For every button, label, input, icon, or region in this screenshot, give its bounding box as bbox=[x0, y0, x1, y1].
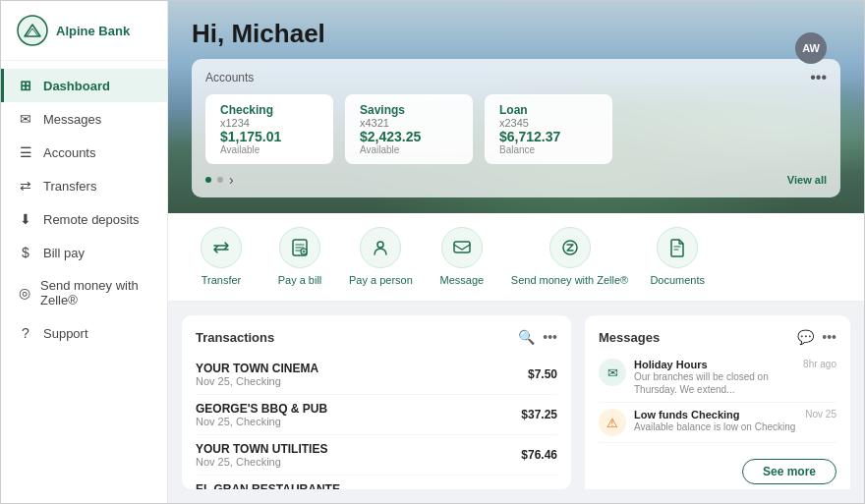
sidebar-item-label: Messages bbox=[43, 112, 101, 127]
savings-account-card[interactable]: Savings x4321 $2,423.25 Available bbox=[345, 94, 473, 164]
accounts-pagination: › View all bbox=[205, 172, 827, 188]
action-pay-person[interactable]: Pay a person bbox=[349, 227, 413, 287]
transactions-panel: Transactions 🔍 ••• YOUR TOWN CINEMA Nov … bbox=[182, 315, 571, 489]
txn-amount: $7.50 bbox=[528, 367, 557, 381]
svg-point-3 bbox=[377, 242, 383, 248]
message-type-icon: ⚠ bbox=[599, 409, 626, 436]
pagination-next-arrow[interactable]: › bbox=[229, 172, 234, 188]
message-content: Holiday Hours Our branches will be close… bbox=[634, 359, 795, 396]
message-item[interactable]: ⚠ Low funds Checking Available balance i… bbox=[599, 403, 836, 443]
transfers-icon: ⇄ bbox=[18, 178, 33, 194]
action-pay-bill[interactable]: Pay a bill bbox=[270, 227, 329, 287]
checking-account-amount: $1,175.01 bbox=[220, 129, 318, 144]
accounts-header: Accounts ••• bbox=[205, 69, 827, 86]
action-transfer[interactable]: Transfer bbox=[192, 227, 251, 287]
transfer-label: Transfer bbox=[202, 273, 242, 287]
documents-label: Documents bbox=[650, 273, 705, 287]
content-area: Transactions 🔍 ••• YOUR TOWN CINEMA Nov … bbox=[168, 302, 864, 503]
action-zelle[interactable]: Send money with Zelle® bbox=[511, 227, 628, 287]
message-title: Low funds Checking bbox=[634, 409, 797, 420]
messages-panel-header: Messages 💬 ••• bbox=[599, 329, 836, 345]
savings-account-name: Savings bbox=[360, 103, 458, 117]
checking-account-label: Available bbox=[220, 144, 318, 155]
transfer-icon bbox=[201, 227, 242, 268]
sidebar-item-remote-deposits[interactable]: ⬇ Remote deposits bbox=[1, 202, 167, 236]
messages-see-more-button[interactable]: See more bbox=[742, 459, 836, 484]
message-label: Message bbox=[440, 273, 485, 287]
txn-name: GEORGE'S BBQ & PUB bbox=[196, 402, 327, 416]
transaction-item[interactable]: GEORGE'S BBQ & PUB Nov 25, Checking $37.… bbox=[196, 395, 557, 435]
sidebar: Alpine Bank ⊞ Dashboard ✉ Messages ☰ Acc… bbox=[1, 1, 168, 504]
pay-bill-icon bbox=[279, 227, 320, 268]
main-content: AW Hi, Michael Accounts ••• Checking x12… bbox=[168, 1, 864, 503]
transactions-panel-title: Transactions bbox=[196, 330, 274, 345]
sidebar-nav: ⊞ Dashboard ✉ Messages ☰ Accounts ⇄ Tran… bbox=[1, 61, 167, 504]
messages-see-more-row: See more bbox=[599, 451, 836, 484]
messages-icon: ✉ bbox=[18, 111, 33, 127]
sidebar-item-label: Remote deposits bbox=[43, 212, 140, 227]
transaction-item[interactable]: EL GRAN RESTAURANTE Nov 25, Checking $13… bbox=[196, 476, 557, 489]
sidebar-item-zelle[interactable]: ◎ Send money with Zelle® bbox=[1, 269, 167, 316]
txn-name: EL GRAN RESTAURANTE bbox=[196, 482, 340, 489]
message-time: Nov 25 bbox=[805, 409, 836, 420]
txn-amount: $37.25 bbox=[521, 408, 557, 421]
accounts-more-button[interactable]: ••• bbox=[810, 69, 827, 86]
zelle-label: Send money with Zelle® bbox=[511, 273, 628, 287]
txn-meta: Nov 25, Checking bbox=[196, 416, 327, 427]
pay-person-label: Pay a person bbox=[349, 273, 413, 287]
user-avatar[interactable]: AW bbox=[795, 32, 827, 64]
quick-actions-bar: Transfer Pay a bill Pay a person Message… bbox=[168, 213, 864, 302]
txn-amount: $76.46 bbox=[521, 448, 557, 462]
pay-bill-label: Pay a bill bbox=[278, 273, 322, 287]
message-content: Low funds Checking Available balance is … bbox=[634, 409, 797, 433]
sidebar-item-bill-pay[interactable]: $ Bill pay bbox=[1, 236, 167, 269]
sidebar-item-label: Bill pay bbox=[43, 246, 85, 260]
remote-deposits-icon: ⬇ bbox=[18, 211, 33, 227]
sidebar-item-label: Accounts bbox=[43, 145, 95, 160]
svg-point-0 bbox=[18, 16, 47, 45]
accounts-cards: Checking x1234 $1,175.01 Available Savin… bbox=[205, 94, 827, 164]
loan-account-number: x2345 bbox=[499, 117, 598, 129]
zelle-icon: ◎ bbox=[18, 285, 30, 301]
sidebar-logo: Alpine Bank bbox=[1, 1, 167, 61]
savings-account-number: x4321 bbox=[360, 117, 458, 129]
transaction-item[interactable]: YOUR TOWN CINEMA Nov 25, Checking $7.50 bbox=[196, 355, 557, 395]
greeting-text: Hi, Michael bbox=[192, 19, 840, 49]
message-time: 8hr ago bbox=[803, 359, 836, 369]
dot-2 bbox=[217, 177, 223, 183]
txn-meta: Nov 25, Checking bbox=[196, 375, 318, 387]
message-type-icon: ✉ bbox=[599, 359, 626, 386]
loan-account-label: Balance bbox=[499, 144, 598, 155]
checking-account-name: Checking bbox=[220, 103, 318, 117]
pay-person-icon bbox=[360, 227, 401, 268]
message-preview: Available balance is low on Checking bbox=[634, 420, 797, 433]
transactions-more-icon[interactable]: ••• bbox=[543, 329, 557, 345]
message-icon bbox=[441, 227, 483, 268]
transaction-item[interactable]: YOUR TOWN UTILITIES Nov 25, Checking $76… bbox=[196, 435, 557, 476]
action-message[interactable]: Message bbox=[432, 227, 491, 287]
sidebar-item-messages[interactable]: ✉ Messages bbox=[1, 102, 167, 136]
messages-chat-icon[interactable]: 💬 bbox=[797, 329, 814, 345]
messages-more-icon[interactable]: ••• bbox=[822, 329, 836, 345]
savings-account-label: Available bbox=[360, 144, 458, 155]
view-all-link[interactable]: View all bbox=[787, 174, 827, 186]
accounts-icon: ☰ bbox=[18, 144, 33, 160]
hero-banner: AW Hi, Michael Accounts ••• Checking x12… bbox=[168, 1, 864, 213]
accounts-title: Accounts bbox=[205, 71, 254, 84]
sidebar-item-label: Transfers bbox=[43, 179, 96, 194]
txn-meta: Nov 25, Checking bbox=[196, 456, 327, 468]
message-item[interactable]: ✉ Holiday Hours Our branches will be clo… bbox=[599, 353, 836, 403]
zelle-quick-icon bbox=[549, 227, 591, 268]
sidebar-logo-text: Alpine Bank bbox=[56, 24, 130, 38]
alpine-bank-logo-icon bbox=[17, 15, 48, 46]
checking-account-number: x1234 bbox=[220, 117, 318, 129]
sidebar-item-transfers[interactable]: ⇄ Transfers bbox=[1, 169, 167, 202]
bill-pay-icon: $ bbox=[18, 245, 33, 260]
sidebar-item-dashboard[interactable]: ⊞ Dashboard bbox=[1, 69, 167, 102]
checking-account-card[interactable]: Checking x1234 $1,175.01 Available bbox=[205, 94, 333, 164]
sidebar-item-accounts[interactable]: ☰ Accounts bbox=[1, 136, 167, 169]
action-documents[interactable]: Documents bbox=[648, 227, 707, 287]
sidebar-item-support[interactable]: ? Support bbox=[1, 316, 167, 350]
loan-account-card[interactable]: Loan x2345 $6,712.37 Balance bbox=[485, 94, 612, 164]
transactions-search-icon[interactable]: 🔍 bbox=[518, 329, 535, 345]
